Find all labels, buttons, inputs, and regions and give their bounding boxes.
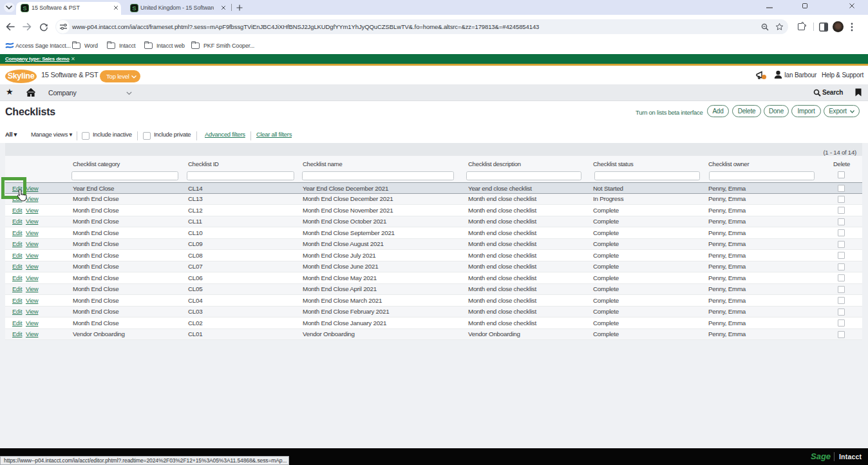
svg-text:S: S — [23, 5, 26, 12]
svg-text:S: S — [132, 5, 136, 12]
